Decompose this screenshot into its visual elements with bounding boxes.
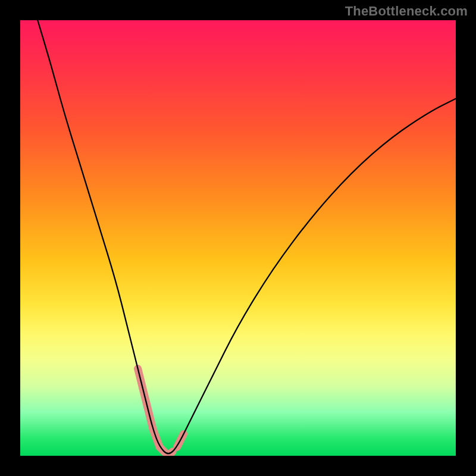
watermark-text: TheBottleneck.com (345, 4, 468, 19)
bottleneck-curve (37, 20, 456, 453)
chart-frame: TheBottleneck.com (0, 0, 476, 476)
curve-svg (20, 20, 456, 456)
plot-area (20, 20, 456, 456)
